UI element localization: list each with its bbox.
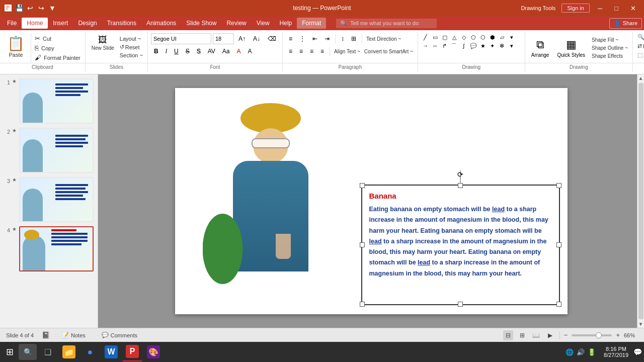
increase-font-button[interactable]: A↑ [235,33,249,44]
menu-review[interactable]: Review [221,18,251,29]
share-button[interactable]: 👤 Share [609,18,642,29]
shape-outline-button[interactable]: Shape Outline ~ [590,45,629,51]
menu-transitions[interactable]: Transitions [102,18,141,29]
justify-button[interactable]: ≡ [317,46,327,57]
align-center-button[interactable]: ≡ [296,46,306,57]
line-spacing-button[interactable]: ↕ [338,33,347,44]
system-clock[interactable]: 8:16 PM 8/27/2019 [601,346,631,358]
arrange-button[interactable]: ⧉ Arrange [528,33,552,63]
taskbar-search[interactable]: 🔍 [19,344,37,360]
vertical-scrollbar[interactable]: ▲ ▼ [637,74,644,328]
paste-button[interactable]: 📋 Paste [3,33,29,60]
zoom-thumb[interactable] [596,332,602,338]
menu-animations[interactable]: Animations [141,18,181,29]
menu-insert[interactable]: Insert [48,18,73,29]
slide-thumb-1[interactable]: 1 ★ [2,78,96,124]
shape-bend-arrow[interactable]: ↱ [440,42,449,50]
notes-button[interactable]: 📝 Notes [58,331,90,339]
sign-in-button[interactable]: Sign in [561,4,590,13]
copy-button[interactable]: ⎘Copy [33,44,82,52]
menu-format[interactable]: Format [297,18,326,29]
highlight-button[interactable]: A [245,46,255,57]
numbering-button[interactable]: ⋮ [296,33,308,44]
close-button[interactable]: ✕ [626,0,640,16]
handle-top-left[interactable] [360,183,365,188]
menu-home[interactable]: Home [22,18,48,29]
section-button[interactable]: Section ~ [118,52,144,59]
handle-top-right[interactable] [556,183,561,188]
font-name-input[interactable] [151,33,211,44]
notification-icon[interactable]: 💬 [633,348,642,356]
shape-round-rect[interactable]: ▢ [440,33,449,41]
taskbar-word[interactable]: W [101,342,121,361]
align-text-button[interactable]: Align Text ~ [333,48,362,55]
sys-tray[interactable]: 🌐 🔊 🔋 [562,348,599,356]
zoom-slider[interactable] [572,334,612,336]
format-painter-button[interactable]: 🖌Format Painter [33,53,82,62]
shape-rect[interactable]: ▭ [431,33,440,41]
slideshow-button[interactable]: ▶ [545,330,555,340]
shape-callout[interactable]: 💬 [469,42,478,50]
shape-sun[interactable]: ✻ [498,42,507,50]
shape-triangle[interactable]: △ [450,33,459,41]
taskbar-task-view[interactable]: ❑ [38,342,58,361]
save-icon[interactable]: 💾 [15,4,23,12]
undo-icon[interactable]: ↩ [26,4,34,12]
taskbar-file-explorer[interactable]: 📁 [59,342,79,361]
menu-file[interactable]: File [2,18,22,29]
taskbar-unknown[interactable]: 🎨 [143,342,164,361]
find-button[interactable]: 🔍Find [636,33,644,41]
slide-img-3[interactable] [19,177,94,222]
rotate-handle[interactable]: ⟳ [456,170,464,178]
cut-button[interactable]: ✂Cut [33,34,82,43]
bullets-button[interactable]: ≡ [286,33,295,44]
shape-fill-button[interactable]: Shape Fill ~ [590,37,629,43]
shape-star5[interactable]: ★ [478,42,488,50]
shape-effects-button[interactable]: Shape Effects [590,53,629,59]
search-box[interactable]: 🔍 Tell me what you want to do [336,19,437,28]
handle-bottom-right[interactable] [556,302,561,307]
zoom-in-button[interactable]: + [616,331,620,339]
slide-sorter-button[interactable]: ⊞ [517,330,527,340]
menu-view[interactable]: View [252,18,275,29]
menu-slideshow[interactable]: Slide Show [181,18,221,29]
layout-button[interactable]: Layout ~ [118,35,144,42]
align-right-button[interactable]: ≡ [307,46,316,57]
slide-img-2[interactable] [19,128,94,173]
align-left-button[interactable]: ≡ [286,46,295,57]
comments-button[interactable]: 💬 Comments [98,331,141,339]
shape-line[interactable]: ╱ [421,33,430,41]
slide-img-1[interactable] [19,78,94,124]
taskbar-powerpoint[interactable]: P [122,342,142,361]
slide-thumb-4[interactable]: 4 ★ [2,226,96,272]
taskbar-chrome[interactable]: ● [80,342,100,361]
shape-octagon[interactable]: ⬢ [488,33,497,41]
increase-indent-button[interactable]: ⇥ [321,33,333,44]
menu-help[interactable]: Help [275,18,297,29]
shape-curve[interactable]: ∫ [459,42,468,50]
font-color-button[interactable]: A [233,46,244,57]
shape-parallelogram[interactable]: ▱ [498,33,507,41]
normal-view-button[interactable]: ⊟ [503,330,513,340]
reading-view-button[interactable]: 📖 [531,330,541,340]
new-slide-button[interactable]: 🖼 New Slide [89,33,117,53]
zoom-out-button[interactable]: − [564,331,568,339]
scroll-up[interactable]: ▲ [637,74,644,82]
shape-arrow-right[interactable]: → [421,42,430,50]
handle-top-middle[interactable] [458,183,463,188]
shape-more2[interactable]: ▾ [507,42,516,50]
slide-canvas[interactable]: ⟳ Banana Eating banana on empty stomach … [175,88,568,314]
handle-middle-right[interactable] [556,242,561,247]
start-button[interactable]: ⊞ [2,344,18,359]
underline-button[interactable]: U [171,46,182,57]
bold-button[interactable]: B [151,46,162,57]
decrease-indent-button[interactable]: ⇤ [309,33,320,44]
italic-button[interactable]: I [163,46,170,57]
minimize-button[interactable]: ─ [594,0,606,16]
shape-arc[interactable]: ⌒ [450,42,459,50]
shadow-button[interactable]: S [194,46,204,57]
scroll-thumb-v[interactable] [638,83,643,319]
handle-bottom-middle[interactable] [458,302,463,307]
decrease-font-button[interactable]: A↓ [250,33,263,44]
replace-button[interactable]: ⇄Replace ~ [636,42,644,50]
